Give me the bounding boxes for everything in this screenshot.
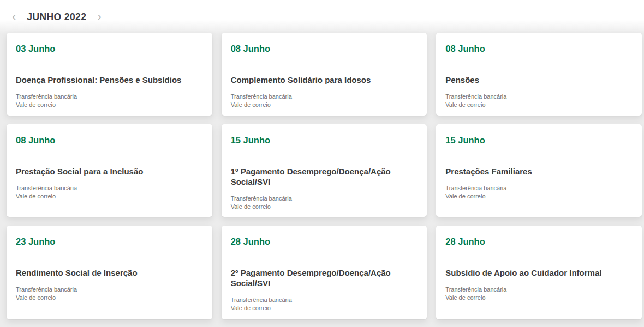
card-payment-methods: Transferência bancária Vale de correio: [231, 296, 412, 312]
card-divider: [16, 60, 197, 60]
payment-card: 28 Junho 2º Pagamento Desemprego/Doença/…: [222, 226, 427, 319]
card-divider: [231, 253, 412, 253]
chevron-left-icon: ‹: [12, 10, 16, 23]
card-payment-methods: Transferência bancária Vale de correio: [445, 184, 627, 201]
calendar-header: ‹ JUNHO 2022 ›: [0, 0, 644, 33]
payment-method: Vale de correio: [231, 203, 412, 211]
payment-method: Vale de correio: [445, 192, 627, 201]
month-title: JUNHO 2022: [27, 11, 86, 23]
card-divider: [445, 152, 627, 152]
card-divider: [231, 152, 412, 152]
payment-method: Transferência bancária: [445, 184, 627, 192]
card-payment-methods: Transferência bancária Vale de correio: [16, 184, 197, 201]
card-title: Prestações Familiares: [445, 166, 627, 177]
payment-method: Vale de correio: [445, 101, 627, 109]
card-date: 15 Junho: [445, 135, 627, 146]
card-payment-methods: Transferência bancária Vale de correio: [16, 93, 197, 109]
card-date: 15 Junho: [231, 135, 412, 146]
payment-method: Transferência bancária: [445, 93, 627, 101]
payment-method: Transferência bancária: [16, 286, 197, 294]
payment-method: Transferência bancária: [231, 93, 412, 101]
card-date: 28 Junho: [445, 236, 627, 247]
payment-method: Transferência bancária: [231, 296, 412, 304]
payment-method: Vale de correio: [16, 294, 197, 302]
card-divider: [16, 152, 197, 152]
payment-method: Transferência bancária: [445, 286, 627, 294]
card-divider: [16, 253, 197, 253]
payment-method: Transferência bancária: [231, 195, 412, 203]
payment-card: 28 Junho Subsídio de Apoio ao Cuidador I…: [436, 226, 642, 319]
payment-method: Vale de correio: [16, 101, 197, 109]
card-payment-methods: Transferência bancária Vale de correio: [445, 286, 627, 302]
payment-card: 23 Junho Rendimento Social de Inserção T…: [7, 226, 212, 319]
payment-card: 08 Junho Prestação Social para a Inclusã…: [7, 124, 212, 217]
previous-month-button[interactable]: ‹: [9, 11, 19, 22]
payment-method: Vale de correio: [231, 304, 412, 312]
payment-method: Transferência bancária: [16, 184, 197, 192]
card-date: 08 Junho: [231, 43, 412, 54]
payment-card: 15 Junho Prestações Familiares Transferê…: [436, 124, 642, 217]
payment-method: Vale de correio: [16, 192, 197, 201]
payment-card: 03 Junho Doença Profissional: Pensões e …: [7, 33, 212, 116]
card-payment-methods: Transferência bancária Vale de correio: [16, 286, 197, 302]
next-month-button[interactable]: ›: [94, 11, 104, 22]
chevron-right-icon: ›: [97, 10, 101, 23]
card-divider: [445, 60, 627, 60]
card-payment-methods: Transferência bancária Vale de correio: [445, 93, 627, 109]
card-title: Rendimento Social de Inserção: [16, 268, 197, 278]
card-title: 1º Pagamento Desemprego/Doença/Ação Soci…: [231, 166, 412, 187]
card-title: Doença Profissional: Pensões e Subsídios: [16, 75, 197, 85]
payments-calendar-grid: 03 Junho Doença Profissional: Pensões e …: [7, 33, 642, 319]
payment-card: 15 Junho 1º Pagamento Desemprego/Doença/…: [222, 124, 427, 217]
card-title: 2º Pagamento Desemprego/Doença/Ação Soci…: [231, 268, 412, 288]
payment-card: 08 Junho Pensões Transferência bancária …: [436, 33, 642, 116]
card-title: Complemento Solidário para Idosos: [231, 75, 412, 85]
payment-method: Vale de correio: [231, 101, 412, 109]
payment-method: Transferência bancária: [16, 93, 197, 101]
card-date: 08 Junho: [16, 135, 197, 146]
card-title: Pensões: [445, 75, 627, 85]
card-date: 28 Junho: [231, 236, 412, 247]
card-divider: [445, 253, 627, 253]
card-title: Subsídio de Apoio ao Cuidador Informal: [445, 268, 627, 278]
payment-card: 08 Junho Complemento Solidário para Idos…: [222, 33, 427, 116]
card-date: 03 Junho: [16, 43, 197, 54]
card-payment-methods: Transferência bancária Vale de correio: [231, 195, 412, 211]
card-payment-methods: Transferência bancária Vale de correio: [231, 93, 412, 109]
card-divider: [231, 60, 412, 60]
card-date: 08 Junho: [445, 43, 627, 54]
payment-method: Vale de correio: [445, 294, 627, 302]
card-date: 23 Junho: [16, 236, 197, 247]
card-title: Prestação Social para a Inclusão: [16, 166, 197, 177]
